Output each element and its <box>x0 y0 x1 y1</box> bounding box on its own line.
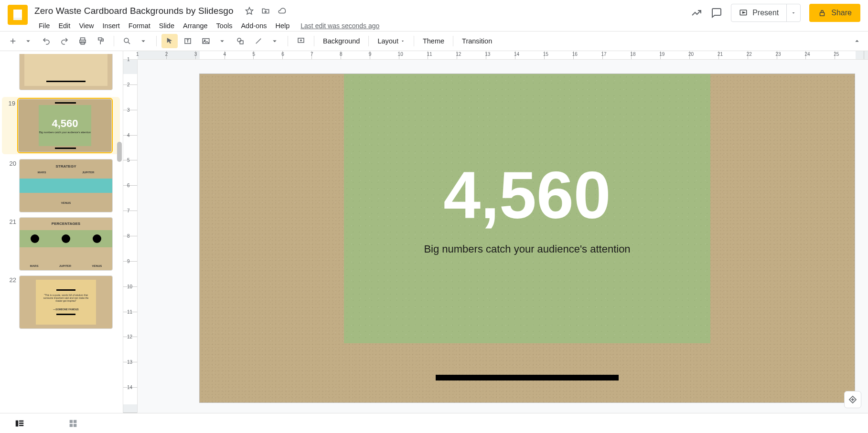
thumb20-venus: VENUS <box>20 201 112 204</box>
cloud-status-icon[interactable] <box>278 7 286 15</box>
move-to-folder-icon[interactable] <box>261 7 270 15</box>
image-tool[interactable] <box>198 34 214 48</box>
zoom-dropdown[interactable] <box>135 34 151 48</box>
explore-button[interactable] <box>844 391 861 408</box>
thumb21-l3: VENUS <box>92 264 102 267</box>
separator <box>156 36 157 46</box>
green-panel[interactable]: 4,560 Big numbers catch your audience's … <box>344 74 711 343</box>
svg-point-21 <box>237 38 241 42</box>
canvas-area: 1234567891011121314151617181920212223242… <box>123 51 868 413</box>
thumb21-l2: JUPITER <box>59 264 71 267</box>
thumb-row-20[interactable]: 20 STRATEGY MARS JUPITER VENUS <box>3 159 120 212</box>
scrollbar-thumb[interactable] <box>117 142 122 162</box>
image-dropdown[interactable] <box>214 34 230 48</box>
menu-addons[interactable]: Add-ons <box>236 20 271 32</box>
star-icon[interactable] <box>245 7 254 15</box>
svg-rect-38 <box>74 420 76 422</box>
share-button[interactable]: Share <box>809 4 860 22</box>
thumb-row-18[interactable]: STRENGTHS WEAKNESSES <box>3 54 120 92</box>
thumb21-l1: MARS <box>30 264 39 267</box>
thumb-slide-20[interactable]: STRATEGY MARS JUPITER VENUS <box>19 159 113 212</box>
thumbnail-scrollbar[interactable] <box>116 51 123 413</box>
svg-rect-35 <box>19 422 23 424</box>
zoom-button[interactable] <box>119 34 135 48</box>
present-icon <box>739 9 748 17</box>
layout-label: Layout <box>377 37 398 45</box>
svg-marker-14 <box>141 41 145 42</box>
menu-insert[interactable]: Insert <box>98 20 124 32</box>
activity-trend-icon[interactable] <box>691 7 702 19</box>
thumb20-l2: JUPITER <box>82 171 94 174</box>
paint-format-button[interactable] <box>93 34 109 48</box>
textbox-tool[interactable] <box>180 34 196 48</box>
menu-view[interactable]: View <box>75 20 98 32</box>
svg-rect-34 <box>19 420 23 422</box>
select-tool[interactable] <box>161 34 178 48</box>
menu-arrange[interactable]: Arrange <box>179 20 212 32</box>
shape-tool[interactable] <box>232 34 248 48</box>
slides-app-icon[interactable] <box>8 5 28 25</box>
svg-rect-40 <box>74 423 76 426</box>
bottom-bar-shape[interactable] <box>436 375 619 380</box>
separator <box>114 36 114 46</box>
big-number-text[interactable]: 4,560 <box>443 162 611 229</box>
thumb-row-22[interactable]: 22 "This is a quote, words full of wisdo… <box>3 275 120 329</box>
menu-format[interactable]: Format <box>124 20 155 32</box>
chevron-down-icon <box>400 39 405 43</box>
thumb19-sub: Big numbers catch your audience's attent… <box>39 131 91 134</box>
comments-icon[interactable] <box>711 7 722 19</box>
filmstrip-view-button[interactable] <box>14 418 25 429</box>
svg-marker-24 <box>273 41 277 42</box>
present-button[interactable]: Present <box>731 4 801 22</box>
thumb-slide-19[interactable]: 4,560 Big numbers catch your audience's … <box>18 99 112 152</box>
menu-tools[interactable]: Tools <box>212 20 237 32</box>
thumb-number <box>3 54 16 55</box>
thumb-slide-21[interactable]: PERCENTAGES 45% 60% 20% MARS JUPITER VEN… <box>19 217 113 271</box>
thumb-slide-22[interactable]: "This is a quote, words full of wisdom t… <box>19 275 113 329</box>
add-comment-button[interactable] <box>293 34 309 48</box>
vertical-ruler[interactable]: 1234567891011121314 <box>123 60 138 413</box>
menu-slide[interactable]: Slide <box>155 20 179 32</box>
present-label: Present <box>752 9 779 17</box>
grid-view-button[interactable] <box>68 418 78 429</box>
undo-button[interactable] <box>38 34 54 48</box>
thumb-row-21[interactable]: 21 PERCENTAGES 45% 60% 20% MARS JUPITER … <box>3 217 120 271</box>
svg-line-23 <box>256 39 261 44</box>
subtitle-text[interactable]: Big numbers catch your audience's attent… <box>424 243 630 255</box>
thumb-row-19[interactable]: 19 4,560 Big numbers catch your audience… <box>2 97 120 154</box>
last-edit-link[interactable]: Last edit was seconds ago <box>300 22 379 30</box>
line-tool[interactable] <box>250 34 267 48</box>
thumb22-author: —SOMEONE FAMOUS <box>53 308 78 311</box>
new-slide-button[interactable] <box>5 34 21 48</box>
transition-button[interactable]: Transition <box>458 34 496 48</box>
menu-file[interactable]: File <box>34 20 54 32</box>
main-area: STRENGTHS WEAKNESSES 19 4,560 Big number… <box>0 51 868 413</box>
thumb-number: 19 <box>2 99 15 107</box>
hide-menus-button[interactable] <box>851 35 863 47</box>
slide-19[interactable]: 4,560 Big numbers catch your audience's … <box>200 74 855 402</box>
thumb-slide-18[interactable]: STRENGTHS WEAKNESSES <box>19 54 113 90</box>
background-button[interactable]: Background <box>319 34 364 48</box>
present-dropdown[interactable] <box>787 4 800 21</box>
toolbar: Background Layout Theme Transition <box>0 31 868 51</box>
svg-marker-7 <box>26 41 30 42</box>
line-dropdown[interactable] <box>267 34 283 48</box>
explore-icon <box>848 395 857 404</box>
layout-button[interactable]: Layout <box>374 34 409 48</box>
thumb-number: 22 <box>3 275 16 284</box>
title-stack: Zero Waste Cardboard Backgrounds by Slid… <box>34 4 379 32</box>
svg-rect-33 <box>16 420 19 426</box>
menu-help[interactable]: Help <box>271 20 294 32</box>
menu-edit[interactable]: Edit <box>54 20 75 32</box>
print-button[interactable] <box>75 34 91 48</box>
redo-button[interactable] <box>56 34 73 48</box>
horizontal-ruler[interactable]: 1234567891011121314151617181920212223242… <box>123 51 868 60</box>
slide-canvas[interactable]: 4,560 Big numbers catch your audience's … <box>138 60 868 413</box>
document-title[interactable]: Zero Waste Cardboard Backgrounds by Slid… <box>34 6 234 16</box>
theme-button[interactable]: Theme <box>419 34 448 48</box>
new-slide-dropdown[interactable] <box>20 34 36 48</box>
svg-marker-0 <box>246 8 253 14</box>
menu-bar: File Edit View Insert Format Slide Arran… <box>34 19 379 32</box>
svg-marker-3 <box>793 12 795 14</box>
svg-marker-29 <box>855 40 859 42</box>
